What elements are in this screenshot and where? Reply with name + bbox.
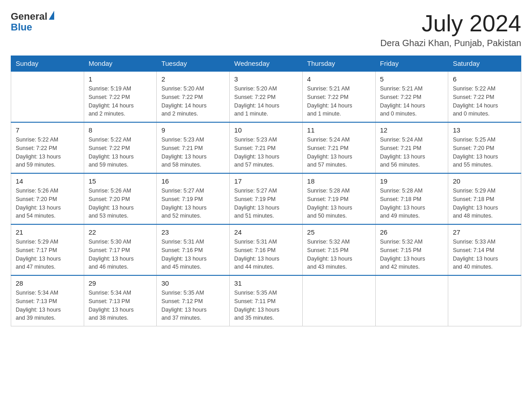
day-number: 17 — [234, 177, 298, 185]
day-number: 31 — [234, 279, 298, 287]
day-info: Sunrise: 5:24 AM Sunset: 7:21 PM Dayligh… — [380, 136, 444, 169]
calendar-cell: 10Sunrise: 5:23 AM Sunset: 7:21 PM Dayli… — [230, 122, 303, 173]
calendar-cell: 3Sunrise: 5:20 AM Sunset: 7:22 PM Daylig… — [230, 71, 303, 122]
day-info: Sunrise: 5:34 AM Sunset: 7:13 PM Dayligh… — [16, 289, 79, 322]
day-info: Sunrise: 5:29 AM Sunset: 7:18 PM Dayligh… — [453, 187, 516, 220]
day-info: Sunrise: 5:21 AM Sunset: 7:22 PM Dayligh… — [307, 85, 371, 118]
calendar-header-row: SundayMondayTuesdayWednesdayThursdayFrid… — [11, 56, 521, 72]
day-number: 14 — [16, 177, 79, 185]
calendar-cell: 19Sunrise: 5:28 AM Sunset: 7:18 PM Dayli… — [375, 173, 448, 224]
calendar-cell: 27Sunrise: 5:33 AM Sunset: 7:14 PM Dayli… — [448, 224, 521, 275]
day-info: Sunrise: 5:24 AM Sunset: 7:21 PM Dayligh… — [307, 136, 371, 169]
column-header-tuesday: Tuesday — [157, 56, 230, 72]
calendar-cell: 23Sunrise: 5:31 AM Sunset: 7:16 PM Dayli… — [157, 224, 230, 275]
day-number: 10 — [234, 126, 298, 134]
day-number: 5 — [380, 75, 444, 83]
day-info: Sunrise: 5:26 AM Sunset: 7:20 PM Dayligh… — [16, 187, 79, 220]
calendar-cell: 14Sunrise: 5:26 AM Sunset: 7:20 PM Dayli… — [11, 173, 84, 224]
calendar-cell: 11Sunrise: 5:24 AM Sunset: 7:21 PM Dayli… — [302, 122, 375, 173]
calendar-cell: 26Sunrise: 5:32 AM Sunset: 7:15 PM Dayli… — [375, 224, 448, 275]
column-header-monday: Monday — [84, 56, 157, 72]
day-number: 6 — [453, 75, 516, 83]
day-number: 8 — [89, 126, 152, 134]
day-info: Sunrise: 5:23 AM Sunset: 7:21 PM Dayligh… — [234, 136, 298, 169]
day-info: Sunrise: 5:22 AM Sunset: 7:22 PM Dayligh… — [89, 136, 152, 169]
day-number: 12 — [380, 126, 444, 134]
calendar-table: SundayMondayTuesdayWednesdayThursdayFrid… — [11, 56, 521, 326]
calendar-cell — [375, 275, 448, 326]
day-info: Sunrise: 5:30 AM Sunset: 7:17 PM Dayligh… — [89, 238, 152, 271]
page-header: General Blue July 2024 Dera Ghazi Khan, … — [11, 11, 521, 48]
calendar-cell: 22Sunrise: 5:30 AM Sunset: 7:17 PM Dayli… — [84, 224, 157, 275]
day-info: Sunrise: 5:25 AM Sunset: 7:20 PM Dayligh… — [453, 136, 516, 169]
calendar-cell: 8Sunrise: 5:22 AM Sunset: 7:22 PM Daylig… — [84, 122, 157, 173]
calendar-cell: 2Sunrise: 5:20 AM Sunset: 7:22 PM Daylig… — [157, 71, 230, 122]
day-number: 27 — [453, 228, 516, 236]
day-number: 25 — [307, 228, 371, 236]
calendar-cell: 24Sunrise: 5:31 AM Sunset: 7:16 PM Dayli… — [230, 224, 303, 275]
location-title: Dera Ghazi Khan, Punjab, Pakistan — [380, 38, 521, 48]
day-number: 22 — [89, 228, 152, 236]
day-number: 1 — [89, 75, 152, 83]
column-header-thursday: Thursday — [302, 56, 375, 72]
day-info: Sunrise: 5:20 AM Sunset: 7:22 PM Dayligh… — [161, 85, 225, 118]
calendar-week-row: 21Sunrise: 5:29 AM Sunset: 7:17 PM Dayli… — [11, 224, 521, 275]
calendar-week-row: 28Sunrise: 5:34 AM Sunset: 7:13 PM Dayli… — [11, 275, 521, 326]
day-number: 19 — [380, 177, 444, 185]
day-info: Sunrise: 5:34 AM Sunset: 7:13 PM Dayligh… — [89, 289, 152, 322]
day-info: Sunrise: 5:29 AM Sunset: 7:17 PM Dayligh… — [16, 238, 79, 271]
calendar-cell: 1Sunrise: 5:19 AM Sunset: 7:22 PM Daylig… — [84, 71, 157, 122]
calendar-week-row: 1Sunrise: 5:19 AM Sunset: 7:22 PM Daylig… — [11, 71, 521, 122]
day-info: Sunrise: 5:20 AM Sunset: 7:22 PM Dayligh… — [234, 85, 298, 118]
day-number: 24 — [234, 228, 298, 236]
day-info: Sunrise: 5:22 AM Sunset: 7:22 PM Dayligh… — [453, 85, 516, 118]
calendar-week-row: 7Sunrise: 5:22 AM Sunset: 7:22 PM Daylig… — [11, 122, 521, 173]
calendar-cell: 18Sunrise: 5:28 AM Sunset: 7:19 PM Dayli… — [302, 173, 375, 224]
day-number: 28 — [16, 279, 79, 287]
day-info: Sunrise: 5:31 AM Sunset: 7:16 PM Dayligh… — [161, 238, 225, 271]
day-info: Sunrise: 5:35 AM Sunset: 7:12 PM Dayligh… — [161, 289, 225, 322]
day-number: 30 — [161, 279, 225, 287]
day-number: 7 — [16, 126, 79, 134]
day-number: 18 — [307, 177, 371, 185]
day-info: Sunrise: 5:28 AM Sunset: 7:19 PM Dayligh… — [307, 187, 371, 220]
day-number: 4 — [307, 75, 371, 83]
calendar-cell: 16Sunrise: 5:27 AM Sunset: 7:19 PM Dayli… — [157, 173, 230, 224]
day-number: 15 — [89, 177, 152, 185]
calendar-cell: 7Sunrise: 5:22 AM Sunset: 7:22 PM Daylig… — [11, 122, 84, 173]
day-number: 23 — [161, 228, 225, 236]
day-number: 16 — [161, 177, 225, 185]
day-info: Sunrise: 5:33 AM Sunset: 7:14 PM Dayligh… — [453, 238, 516, 271]
day-number: 9 — [161, 126, 225, 134]
calendar-cell: 15Sunrise: 5:26 AM Sunset: 7:20 PM Dayli… — [84, 173, 157, 224]
day-number: 20 — [453, 177, 516, 185]
day-number: 2 — [161, 75, 225, 83]
day-info: Sunrise: 5:22 AM Sunset: 7:22 PM Dayligh… — [16, 136, 79, 169]
calendar-cell: 5Sunrise: 5:21 AM Sunset: 7:22 PM Daylig… — [375, 71, 448, 122]
day-info: Sunrise: 5:23 AM Sunset: 7:21 PM Dayligh… — [161, 136, 225, 169]
day-info: Sunrise: 5:21 AM Sunset: 7:22 PM Dayligh… — [380, 85, 444, 118]
calendar-cell: 25Sunrise: 5:32 AM Sunset: 7:15 PM Dayli… — [302, 224, 375, 275]
calendar-cell: 13Sunrise: 5:25 AM Sunset: 7:20 PM Dayli… — [448, 122, 521, 173]
calendar-cell: 17Sunrise: 5:27 AM Sunset: 7:19 PM Dayli… — [230, 173, 303, 224]
logo-triangle-icon — [49, 11, 54, 20]
calendar-cell — [11, 71, 84, 122]
day-number: 29 — [89, 279, 152, 287]
day-info: Sunrise: 5:27 AM Sunset: 7:19 PM Dayligh… — [234, 187, 298, 220]
calendar-cell: 9Sunrise: 5:23 AM Sunset: 7:21 PM Daylig… — [157, 122, 230, 173]
calendar-cell — [448, 275, 521, 326]
day-info: Sunrise: 5:28 AM Sunset: 7:18 PM Dayligh… — [380, 187, 444, 220]
calendar-cell: 20Sunrise: 5:29 AM Sunset: 7:18 PM Dayli… — [448, 173, 521, 224]
day-number: 11 — [307, 126, 371, 134]
logo-text-general: General — [11, 11, 47, 22]
logo: General Blue — [11, 11, 54, 33]
day-number: 13 — [453, 126, 516, 134]
title-section: July 2024 Dera Ghazi Khan, Punjab, Pakis… — [380, 11, 521, 48]
day-info: Sunrise: 5:31 AM Sunset: 7:16 PM Dayligh… — [234, 238, 298, 271]
day-info: Sunrise: 5:19 AM Sunset: 7:22 PM Dayligh… — [89, 85, 152, 118]
day-info: Sunrise: 5:32 AM Sunset: 7:15 PM Dayligh… — [307, 238, 371, 271]
day-info: Sunrise: 5:27 AM Sunset: 7:19 PM Dayligh… — [161, 187, 225, 220]
day-number: 21 — [16, 228, 79, 236]
calendar-cell: 31Sunrise: 5:35 AM Sunset: 7:11 PM Dayli… — [230, 275, 303, 326]
calendar-cell: 21Sunrise: 5:29 AM Sunset: 7:17 PM Dayli… — [11, 224, 84, 275]
